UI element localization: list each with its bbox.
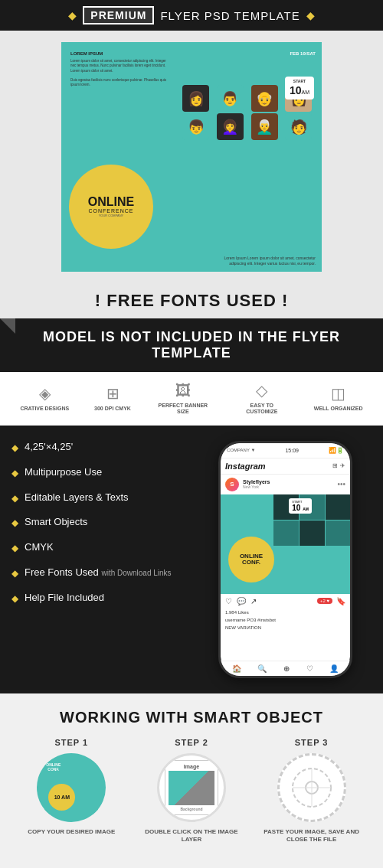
bullet-icon: ◆ <box>11 442 18 453</box>
avatar-cell: 🧑 <box>285 113 312 140</box>
feature-item-multipurpose: ◆ Multipurpose Use <box>11 466 207 479</box>
smart-object-section: WORKING WITH SMART OBJECT STEP 1 ONLINEC… <box>0 693 383 868</box>
step-1-mini-circle: 10 AM <box>48 784 75 811</box>
flyer-circle-company: YOUR COMPANY <box>99 214 124 217</box>
insta-status-icons: 📶🔋 <box>329 447 344 454</box>
organized-label: WELL ORGANIZED <box>314 406 363 412</box>
step-2-caption: DOUBLE CLICK ON THE IMAGE LAYER <box>137 828 245 844</box>
nav-add-icon[interactable]: ⊕ <box>283 664 290 673</box>
feature-icon-creative: ◈ CRATIVE DESIGNS <box>20 384 69 412</box>
save-icon[interactable]: 🔖 <box>336 597 345 605</box>
insta-grid-icon: ⊞ <box>332 462 338 469</box>
instagram-logo: Instagram <box>225 462 266 471</box>
feature-item-fonts: ◆ Free Fonts Used with Download Links <box>11 566 207 579</box>
bullet-icon: ◆ <box>11 568 18 579</box>
feature-icon-dpi: ⊞ 300 DPI CMYK <box>94 384 131 412</box>
flyer-body-text-2: Duis egestas facilisis nunc scelerisque … <box>70 78 169 88</box>
insta-mini-grid <box>273 494 350 546</box>
start-am: AM <box>302 90 310 95</box>
start-badge: START 10AM <box>285 77 314 100</box>
nav-search-icon[interactable]: 🔍 <box>257 664 267 673</box>
mini-cell <box>326 494 350 520</box>
organized-icon: ◫ <box>331 384 345 403</box>
steps-row: STEP 1 ONLINECONF. 10 AM COPY YOUR DESIR… <box>11 738 372 844</box>
avatar-cell: 👨 <box>217 85 244 112</box>
avatar-cell: 👴 <box>251 85 278 112</box>
bullet-icon: ◆ <box>11 543 18 553</box>
flyer-lorem-title: LOREM IPSUM <box>70 51 169 56</box>
step-1-caption: COPY YOUR DESIRED IMAGE <box>28 828 115 836</box>
start-label: START <box>290 79 309 83</box>
dpi-label: 300 DPI CMYK <box>94 406 131 412</box>
mini-cell <box>300 520 325 546</box>
feature-cmyk-text: CMYK <box>25 541 54 554</box>
like-icon[interactable]: ♡ <box>225 597 232 605</box>
feature-item-smart: ◆ Smart Objects <box>11 516 207 529</box>
insta-more-icon: ••• <box>337 480 345 488</box>
step-2-image-thumb <box>169 771 214 805</box>
main-content: ◆ 4,25'×4,25' ◆ Multipurpose Use ◆ Edita… <box>0 426 383 693</box>
customize-label: EASY TO CUSTOMIZE <box>235 403 289 416</box>
flyer-circle: ONLINE CONFERENCE YOUR COMPANY <box>69 165 153 249</box>
insta-circle-text: ONLINECONF. <box>240 553 263 566</box>
bullet-icon: ◆ <box>11 493 18 504</box>
insta-company: COMPANY ▼ <box>227 448 255 452</box>
start-time: 10 <box>290 84 302 96</box>
step-3-label: STEP 3 <box>295 738 329 747</box>
features-list: ◆ 4,25'×4,25' ◆ Multipurpose Use ◆ Edita… <box>11 441 207 678</box>
step-2-circle: Image Background <box>157 753 226 822</box>
bullet-icon: ◆ <box>11 468 18 478</box>
flyer-right: FEB 10/SAT START 10AM 👩 👨 👴 👩 👦 👩‍🦱 👨‍🦳 … <box>178 42 322 272</box>
features-icons-row: ◈ CRATIVE DESIGNS ⊞ 300 DPI CMYK 🖼 PERFE… <box>0 372 383 426</box>
avatar-cell: 👩 <box>182 85 209 112</box>
step-3-caption: PASTE YOUR IMAGE, SAVE AND CLOSE THE FIL… <box>257 828 365 844</box>
nav-profile-icon[interactable]: 👤 <box>329 664 339 673</box>
mini-cell <box>326 520 350 546</box>
feature-item-layers: ◆ Editable Layers & Texts <box>11 491 207 504</box>
step-2: STEP 2 Image Background DOUBLE CLICK ON … <box>137 738 245 844</box>
avatar-cell: 👨‍🦳 <box>251 113 278 140</box>
premium-badge: PREMIUM <box>83 6 154 24</box>
insta-username: Styleflyers <box>243 479 270 485</box>
insta-actions: ♡ 💬 ↗ +2 ♥ 🔖 <box>221 594 350 609</box>
phone-mockup: COMPANY ▼ 15:09 📶🔋 Instagram ⊞ ✈ S Style… <box>218 441 372 678</box>
dpi-icon: ⊞ <box>106 384 119 403</box>
flyer-bottom-text: Lorem Ipsum Lorem ipsum dolor sit amet, … <box>224 256 316 266</box>
step-3-svg <box>289 765 335 811</box>
share-icon[interactable]: ↗ <box>250 597 257 605</box>
step-2-image-card: Image Background <box>165 760 218 815</box>
avatar-cell: 👦 <box>182 113 209 140</box>
insta-bottom-nav: 🏠 🔍 ⊕ ♡ 👤 <box>221 661 350 676</box>
nav-home-icon[interactable]: 🏠 <box>232 664 241 673</box>
feature-item-cmyk: ◆ CMYK <box>11 541 207 554</box>
step-3-circle <box>277 753 346 822</box>
flyer-left: LOREM IPSUM Lorem ipsum dolor sit amet, … <box>61 42 178 272</box>
banner-label: PERFECT BANNER SIZE <box>156 403 210 416</box>
banner-icon: 🖼 <box>175 382 191 400</box>
feature-help-text: Help File Included <box>25 592 104 605</box>
flyer-preview-section: LOREM IPSUM Lorem ipsum dolor sit amet, … <box>0 31 383 283</box>
mini-cell <box>273 520 299 546</box>
insta-location: New York <box>243 485 270 489</box>
feature-fonts-text: Free Fonts Used with Download Links <box>25 566 172 579</box>
step-3: STEP 3 PASTE YOUR IMAGE, SAVE AND CLOSE … <box>257 738 365 844</box>
feature-icon-organized: ◫ WELL ORGANIZED <box>314 384 363 412</box>
nav-heart-icon[interactable]: ♡ <box>306 664 313 673</box>
feature-multipurpose-text: Multipurpose Use <box>25 466 102 479</box>
step-1: STEP 1 ONLINECONF. 10 AM COPY YOUR DESIR… <box>18 738 126 836</box>
phone-outer: COMPANY ▼ 15:09 📶🔋 Instagram ⊞ ✈ S Style… <box>218 441 352 678</box>
insta-caption: username PO3 #instsbot <box>221 616 350 624</box>
diamond-left-icon: ◆ <box>68 9 77 21</box>
insta-action-icons: ⊞ ✈ <box>332 462 345 469</box>
feature-icon-banner: 🖼 PERFECT BANNER SIZE <box>156 382 210 416</box>
bullet-icon: ◆ <box>11 593 18 604</box>
flyer-circle-subtitle: CONFERENCE <box>88 208 133 214</box>
feature-item-size: ◆ 4,25'×4,25' <box>11 441 207 454</box>
customize-icon: ◇ <box>256 381 267 400</box>
banner-title: FLYER PSD TEMPLATE <box>160 9 300 22</box>
comment-icon[interactable]: 💬 <box>237 597 246 605</box>
feature-icon-customize: ◇ EASY TO CUSTOMIZE <box>235 381 289 416</box>
insta-avatar: S <box>225 478 239 491</box>
top-banner: ◆ PREMIUM FLYER PSD TEMPLATE ◆ <box>0 0 383 31</box>
step-2-label: STEP 2 <box>175 738 208 747</box>
